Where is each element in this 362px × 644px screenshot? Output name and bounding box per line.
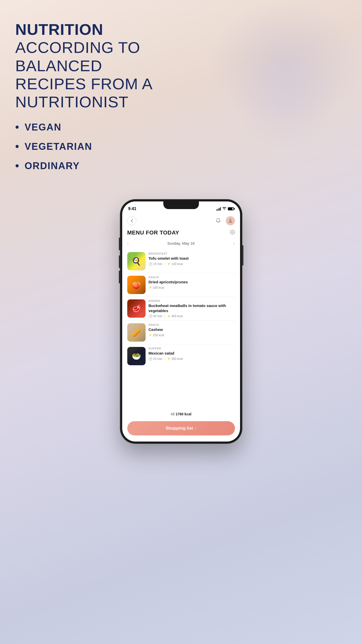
notch — [163, 201, 199, 209]
meal-time-breakfast: 🕐 15 min — [149, 262, 162, 266]
bullet-ordinary: ORDINARY — [15, 160, 175, 172]
meal-image-cashew — [127, 323, 146, 342]
meal-item-snack2[interactable]: SNACK Cashew ⚡ 250 kcal — [126, 321, 236, 344]
meal-item-supper[interactable]: SUPPER Mexican salad 🕐 15 min | ⚡ — [126, 344, 236, 368]
date-nav: ‹ Sunday, May 16 › — [122, 239, 240, 250]
total-value: 1760 kcal — [176, 412, 191, 416]
bolt-icon-supper: ⚡ — [167, 357, 171, 360]
date-label: Sunday, May 16 — [167, 241, 195, 245]
wifi-icon — [222, 207, 226, 211]
meal-category-breakfast: BREAKFAST — [149, 252, 235, 255]
meal-category-dinner: DINNER — [149, 299, 235, 302]
phone-screen: 9:41 — [122, 201, 240, 442]
clock-icon-supper: 🕐 — [149, 357, 152, 361]
battery-icon — [228, 207, 234, 210]
bolt-icon-snack2: ⚡ — [149, 333, 152, 337]
header-section: NUTRITION ACCORDING TO BALANCED RECIPES … — [0, 0, 191, 189]
shopping-btn-label: Shopping list — [166, 426, 193, 431]
meal-time-supper: 🕐 15 min — [149, 357, 162, 361]
meal-category-supper: SUPPER — [149, 347, 235, 350]
meal-image-apricot — [127, 276, 146, 294]
svg-point-1 — [232, 231, 233, 233]
meal-item-snack1[interactable]: SNACK Dried apricots/prunes ⚡ 100 kcal — [126, 273, 236, 297]
meal-info-supper: SUPPER Mexican salad 🕐 15 min | ⚡ — [149, 347, 235, 361]
meal-image-meatball — [127, 299, 146, 318]
status-bar: 9:41 — [122, 201, 240, 213]
status-icons — [216, 205, 234, 211]
meal-image-tofu — [127, 252, 146, 270]
meta-divider: | — [164, 262, 165, 266]
back-button[interactable] — [127, 216, 136, 225]
total-label: All — [171, 412, 175, 416]
meal-kcal-supper: ⚡ 350 kcal — [167, 357, 183, 361]
meal-name-supper: Mexican salad — [149, 351, 235, 356]
meal-meta-snack1: ⚡ 100 kcal — [149, 286, 235, 289]
meal-kcal-breakfast: ⚡ 130 kcal — [167, 262, 183, 266]
meal-kcal-snack1: ⚡ 100 kcal — [149, 286, 164, 289]
next-date-button[interactable]: › — [233, 241, 235, 246]
meal-info-breakfast: BREAKFAST Tofu omelet with toast 🕐 15 mi… — [149, 252, 235, 266]
bullet-vegetarian: VEGETARIAN — [15, 140, 175, 153]
phone-device: 9:41 — [120, 199, 242, 444]
meal-meta-snack2: ⚡ 250 kcal — [149, 333, 235, 337]
meal-meta-dinner: 🕐 40 min | ⚡ 400 kcal — [149, 314, 235, 318]
bolt-icon: ⚡ — [167, 262, 171, 266]
avatar[interactable] — [226, 216, 235, 225]
bell-button[interactable] — [214, 216, 223, 225]
meal-category-snack2: SNACK — [149, 323, 235, 326]
meta-divider-dinner: | — [164, 314, 165, 318]
meal-item-breakfast[interactable]: BREAKFAST Tofu omelet with toast 🕐 15 mi… — [126, 250, 236, 273]
meal-info-snack1: SNACK Dried apricots/prunes ⚡ 100 kcal — [149, 276, 235, 289]
page-title-row: MENU FOR TODAY — [122, 227, 240, 239]
meal-meta-breakfast: 🕐 15 min | ⚡ 130 kcal — [149, 262, 235, 266]
status-time: 9:41 — [128, 205, 136, 211]
meal-time-dinner: 🕐 40 min — [149, 314, 162, 318]
meal-kcal-snack2: ⚡ 250 kcal — [149, 333, 164, 337]
nav-right — [214, 216, 235, 225]
bullet-vegan: VEGAN — [15, 121, 175, 133]
meal-item-dinner[interactable]: DINNER Buckwheat meatballs in tomato sau… — [126, 297, 236, 321]
meal-name-dinner: Buckwheat meatballs in tomato sauce with… — [149, 303, 235, 313]
chevron-right-icon: › — [195, 426, 196, 431]
meals-list: BREAKFAST Tofu omelet with toast 🕐 15 mi… — [122, 250, 240, 408]
bolt-icon-dinner: ⚡ — [167, 315, 171, 318]
page-title: MENU FOR TODAY — [127, 229, 179, 236]
svg-point-0 — [229, 219, 231, 221]
app-content: MENU FOR TODAY ‹ Sunday, May 16 › — [122, 213, 240, 442]
meal-image-salad — [127, 347, 146, 365]
clock-icon-dinner: 🕐 — [149, 314, 152, 318]
settings-icon[interactable] — [230, 230, 235, 236]
meal-name-snack1: Dried apricots/prunes — [149, 280, 235, 285]
meal-category-snack1: SNACK — [149, 276, 235, 279]
shopping-list-button[interactable]: Shopping list › — [127, 421, 235, 435]
meal-name-snack2: Cashew — [149, 327, 235, 332]
total-row: All 1760 kcal — [122, 408, 240, 420]
meal-kcal-dinner: ⚡ 400 kcal — [167, 314, 183, 318]
header-title: NUTRITION ACCORDING TO BALANCED RECIPES … — [15, 20, 175, 111]
bullet-list: VEGAN VEGETARIAN ORDINARY — [15, 121, 175, 172]
meal-info-snack2: SNACK Cashew ⚡ 250 kcal — [149, 323, 235, 337]
signal-bars-icon — [216, 207, 221, 211]
phone-wrapper: 9:41 — [0, 199, 362, 464]
prev-date-button[interactable]: ‹ — [127, 241, 129, 246]
meal-meta-supper: 🕐 15 min | ⚡ 350 kcal — [149, 357, 235, 361]
meta-divider-supper: | — [164, 357, 165, 361]
meal-info-dinner: DINNER Buckwheat meatballs in tomato sau… — [149, 299, 235, 318]
clock-icon: 🕐 — [149, 262, 152, 266]
app-nav — [122, 213, 240, 227]
meal-name-breakfast: Tofu omelet with toast — [149, 256, 235, 261]
bolt-icon-snack1: ⚡ — [149, 286, 152, 289]
